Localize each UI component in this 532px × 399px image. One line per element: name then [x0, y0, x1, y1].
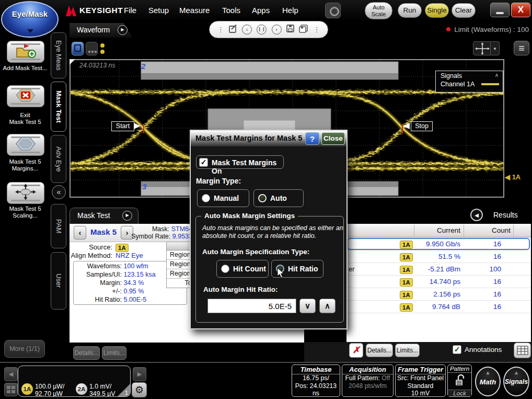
grid-layout-button[interactable]	[86, 42, 98, 55]
auto-radio-option[interactable]: Auto	[253, 189, 304, 207]
dialog-close-button[interactable]: Close	[321, 132, 345, 145]
annotations-checkbox[interactable]: ✓	[453, 345, 461, 354]
result-row[interactable]: 1A 51.5 % 16	[346, 250, 531, 263]
start-arrow-icon	[134, 123, 141, 129]
waveform-tab-play-icon[interactable]: ▶	[118, 25, 128, 35]
acquisition-box[interactable]: Acquisition Full Pattern: Off 2048 pts/w…	[342, 364, 394, 397]
display-mode-button[interactable]	[72, 42, 84, 55]
auto-scale-button[interactable]: Auto Scale	[365, 2, 392, 19]
channel-marker[interactable]: ◀ 1A	[505, 173, 521, 181]
sidebar-tab-eye-meas[interactable]: Eye Meas	[51, 32, 66, 78]
delete-measurement-button[interactable]: ✗	[349, 343, 363, 358]
sidebar-tab-user[interactable]: User	[51, 252, 66, 310]
frame-trigger-box[interactable]: Frame Trigger Src: Front Panel Standard …	[395, 364, 446, 397]
menu-apps[interactable]: Apps	[252, 6, 270, 15]
math-up-icon: ▲	[476, 370, 500, 375]
run-button[interactable]: Run	[398, 3, 422, 18]
channels-grid-button[interactable]	[4, 383, 18, 396]
drag-handle-icon[interactable]: ⋮	[217, 26, 224, 33]
math-button[interactable]: ▲ Math	[475, 367, 501, 396]
channel-info-box[interactable]: 1A 100.0 µW/ 92.70 µW 2A 1.0 mV/ 349.5 µ…	[18, 366, 131, 397]
results-details-button[interactable]: Details...	[366, 344, 393, 357]
dialog-help-button[interactable]: ?	[305, 132, 319, 145]
mask-limits-button[interactable]: Limits...	[102, 346, 126, 360]
more-button[interactable]: More (1/1)	[4, 340, 45, 358]
mask-scaling-icon	[14, 184, 37, 202]
annotate-icon[interactable]	[229, 25, 237, 35]
margins-on-checkbox[interactable]: ✓	[199, 158, 208, 167]
mask-panel-play-icon[interactable]: ▶	[122, 211, 132, 221]
math-label: Math	[476, 378, 500, 386]
dialog-titlebar[interactable]: Mask Test Margins for Mask 5 ? Close	[191, 131, 346, 146]
sidebar-tab-pam[interactable]: PAM	[51, 204, 66, 248]
channel-2a-badge[interactable]: 2A	[76, 383, 87, 395]
clear-button[interactable]: Clear	[452, 3, 476, 18]
hit-count-radio[interactable]	[221, 265, 229, 273]
margins-on-option[interactable]: ✓ Mask Test Margins On	[196, 155, 284, 169]
auto-radio[interactable]	[258, 194, 267, 202]
channels-next-button[interactable]: ▶	[133, 367, 146, 381]
legend-collapse-icon[interactable]: ∧	[495, 72, 499, 78]
menu-tools[interactable]: Tools	[222, 6, 240, 15]
result-row[interactable]: 1A 9.950 Gb/s 16	[346, 238, 531, 250]
hit-count-label: Hit Count	[233, 265, 266, 273]
prev-mask-button[interactable]: ‹	[74, 226, 86, 240]
menu-setup[interactable]: Setup	[148, 6, 169, 15]
channel-settings-button[interactable]: ⚙	[132, 382, 147, 397]
pan-zoom-dropdown[interactable]: ▼	[491, 41, 500, 55]
save-all-icon[interactable]	[299, 25, 308, 35]
signals-legend[interactable]: Signals ∧ Channel 1A	[435, 71, 503, 93]
mask-details-button[interactable]: Details...	[73, 346, 100, 360]
channel-1a-badge[interactable]: 1A	[21, 383, 33, 395]
add-mask-test-button[interactable]	[7, 41, 44, 63]
menu-file[interactable]: File	[124, 6, 136, 15]
result-row[interactable]: 1A 2.156 ps 16	[346, 288, 531, 301]
column-header-count[interactable]: Count	[465, 226, 511, 234]
drag-handle-icon[interactable]: ⋮	[313, 26, 320, 33]
next-icon[interactable]: ›	[272, 25, 282, 35]
manual-radio[interactable]	[202, 194, 210, 202]
pattern-lock-button[interactable]: Pattern Lock	[447, 364, 472, 397]
sidebar-tab-mask-test[interactable]: Mask Test	[51, 82, 66, 132]
mask-stop-label[interactable]: Stop	[411, 121, 433, 131]
result-row[interactable]: er 1A -5.21 dBm 100	[346, 263, 531, 276]
pan-zoom-button[interactable]	[473, 41, 491, 55]
timebase-box[interactable]: Timebase 16.75 ps/ Pos: 24.03213 ns	[292, 364, 340, 397]
minimize-button[interactable]	[490, 3, 510, 17]
hit-ratio-input[interactable]	[207, 299, 296, 313]
channels-prev-button[interactable]: ◀	[4, 367, 18, 381]
close-window-button[interactable]: X	[511, 3, 530, 17]
single-button[interactable]: Single	[425, 3, 449, 18]
results-collapse-button[interactable]: ◀	[470, 209, 483, 221]
previous-icon[interactable]: ‹	[242, 25, 252, 35]
column-header-current[interactable]: Current	[414, 226, 460, 234]
increment-button[interactable]: ∧	[319, 299, 336, 313]
result-row[interactable]: 1A 9.764 dB 16	[346, 301, 531, 313]
signals-legend-channel-row[interactable]: Channel 1A	[436, 79, 503, 88]
exit-mask-test-button[interactable]	[7, 85, 44, 107]
results-limits-button[interactable]: Limits...	[395, 344, 420, 357]
menu-measure[interactable]: Measure	[179, 6, 210, 15]
manual-radio-option[interactable]: Manual	[197, 189, 249, 207]
status-dot-icon	[100, 50, 105, 54]
sidebar-tab-adv-eye[interactable]: Adv Eye	[51, 135, 66, 183]
tab-mask-test-panel[interactable]: Mask Test ▶	[70, 208, 138, 224]
result-current: 9.764 dB	[414, 303, 460, 311]
mask-scaling-label: Mask Test 5 Scaling...	[0, 206, 50, 219]
waveform-menu-button[interactable]: ≡	[514, 41, 529, 55]
mask-start-label[interactable]: Start	[111, 121, 134, 131]
annotation-table-button[interactable]	[514, 343, 531, 358]
decrement-button[interactable]: ∨	[299, 299, 316, 313]
signals-button[interactable]: ▲ Signals	[503, 367, 529, 396]
menu-help[interactable]: Help	[282, 6, 298, 15]
hit-count-radio-option[interactable]: Hit Count	[216, 260, 269, 278]
mask-region-top[interactable]	[141, 62, 398, 79]
mask-scaling-button[interactable]	[7, 182, 44, 204]
camera-icon[interactable]	[325, 3, 341, 18]
result-row[interactable]: 1A 14.740 ps 16	[346, 276, 531, 288]
dialog-title: Mask Test Margins for Mask 5	[195, 134, 302, 142]
save-icon[interactable]	[286, 25, 294, 35]
mask-margins-button[interactable]	[7, 134, 44, 156]
sidebar-collapse-button[interactable]: «	[52, 185, 66, 199]
pause-icon[interactable]: ❙❙	[257, 25, 267, 35]
